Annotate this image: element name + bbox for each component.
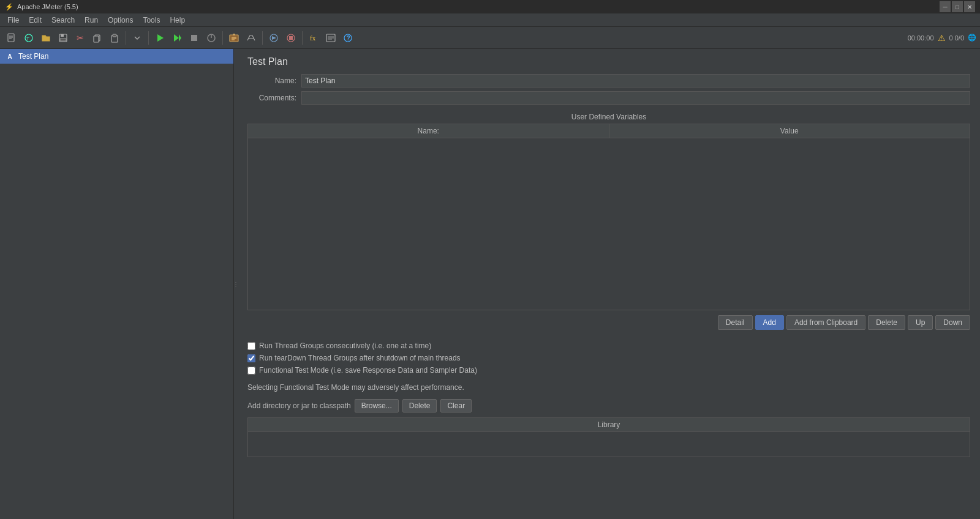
svg-rect-8 [60, 39, 66, 41]
variables-header: Name: Value [248, 124, 970, 138]
sidebar-item-label: Test Plan [18, 52, 48, 61]
sidebar: A Test Plan [0, 49, 234, 519]
options-section: Run Thread Groups consecutively (i.e. on… [238, 335, 980, 381]
run-button[interactable] [152, 30, 168, 46]
content-panel: Test Plan Name: Comments: User Defined V… [238, 49, 980, 519]
timer-display: 00:00:00 [908, 34, 934, 42]
functional-note: Selecting Functional Test Mode may adver… [238, 381, 980, 397]
sidebar-item-test-plan[interactable]: A Test Plan [0, 49, 233, 64]
close-button[interactable]: ✕ [964, 1, 975, 12]
svg-rect-12 [113, 34, 116, 37]
svg-text:fx: fx [310, 34, 316, 42]
classpath-delete-button[interactable]: Delete [402, 399, 437, 413]
toolbar-sep-2 [148, 31, 149, 45]
help-button[interactable]: ? [340, 30, 356, 46]
menu-run[interactable]: Run [80, 15, 103, 26]
action-buttons: Detail Add Add from Clipboard Delete Up … [238, 310, 980, 335]
checkbox-row-1: Run Thread Groups consecutively (i.e. on… [247, 340, 970, 352]
comments-label: Comments: [247, 94, 296, 102]
toolbar-sep-1 [126, 31, 126, 45]
menu-bar: File Edit Search Run Options Tools Help [0, 13, 980, 27]
function-helper-button[interactable]: fx [306, 30, 322, 46]
library-table-container: Library [247, 417, 970, 457]
classpath-section: Add directory or jar to classpath Browse… [238, 397, 980, 415]
detail-button[interactable]: Detail [718, 315, 753, 330]
name-input[interactable] [301, 74, 970, 88]
run-teardown-checkbox[interactable] [247, 354, 255, 362]
variables-section-title: User Defined Variables [238, 106, 980, 124]
log-button[interactable] [323, 30, 339, 46]
svg-rect-28 [289, 36, 293, 40]
toolbar-sep-5 [302, 31, 303, 45]
classpath-label: Add directory or jar to classpath [247, 401, 351, 410]
library-header: Library [248, 418, 970, 432]
expand-button[interactable] [129, 30, 145, 46]
copy-button[interactable] [89, 30, 105, 46]
warning-icon: ⚠ [938, 33, 946, 43]
add-from-clipboard-button[interactable]: Add from Clipboard [786, 315, 865, 330]
test-plan-icon: A [5, 51, 15, 61]
title-bar-left: ⚡ Apache JMeter (5.5) [5, 3, 78, 11]
menu-search[interactable]: Search [47, 15, 80, 26]
panel-title: Test Plan [238, 49, 980, 72]
run-no-pause-button[interactable] [169, 30, 185, 46]
cut-button[interactable]: ✂ [72, 30, 88, 46]
remote-start-button[interactable] [266, 30, 282, 46]
svg-text:?: ? [347, 35, 350, 42]
restore-button[interactable]: □ [952, 1, 963, 12]
library-body [248, 432, 970, 457]
save-button[interactable] [55, 30, 71, 46]
toolbar-right: 00:00:00 ⚠ 0 0/0 🌐 [908, 33, 976, 43]
col-name: Name: [248, 124, 609, 138]
app-icon: ⚡ [5, 3, 13, 11]
window-title: Apache JMeter (5.5) [17, 3, 78, 10]
svg-marker-14 [174, 34, 179, 42]
add-button[interactable]: Add [755, 315, 784, 330]
svg-marker-13 [157, 34, 164, 42]
remote-stop-button[interactable] [283, 30, 299, 46]
menu-help[interactable]: Help [165, 15, 190, 26]
col-value: Value [609, 124, 970, 138]
variables-table-container: Name: Value [247, 124, 970, 310]
svg-rect-16 [191, 35, 197, 41]
minimize-button[interactable]: ─ [940, 1, 951, 12]
toolbar-sep-4 [262, 31, 263, 45]
counts-display: 0 0/0 [949, 34, 964, 42]
svg-marker-23 [233, 34, 235, 35]
name-row: Name: [238, 72, 980, 89]
functional-test-mode-checkbox[interactable] [247, 367, 255, 375]
svg-text:T: T [26, 36, 29, 42]
comments-row: Comments: [238, 89, 980, 106]
clear-all-button[interactable] [243, 30, 259, 46]
new-button[interactable] [4, 30, 20, 46]
menu-options[interactable]: Options [103, 15, 138, 26]
name-label: Name: [247, 77, 296, 85]
run-teardown-label: Run tearDown Thread Groups after shutdow… [259, 354, 461, 362]
up-button[interactable]: Up [908, 315, 933, 330]
comments-input[interactable] [301, 91, 970, 105]
svg-rect-7 [61, 34, 64, 37]
checkbox-row-2: Run tearDown Thread Groups after shutdow… [247, 352, 970, 364]
functional-test-mode-label: Functional Test Mode (i.e. save Response… [259, 366, 477, 375]
run-thread-groups-label: Run Thread Groups consecutively (i.e. on… [259, 342, 431, 350]
main-area: A Test Plan ⋮ Test Plan Name: Comments: … [0, 49, 980, 519]
svg-marker-26 [272, 36, 276, 40]
run-thread-groups-checkbox[interactable] [247, 342, 255, 350]
browse-button[interactable]: Browse... [355, 399, 399, 413]
shutdown-button[interactable] [203, 30, 219, 46]
svg-marker-15 [179, 34, 181, 42]
paste-button[interactable] [107, 30, 123, 46]
menu-tools[interactable]: Tools [138, 15, 165, 26]
open-button[interactable] [38, 30, 54, 46]
toolbar-sep-3 [222, 31, 223, 45]
test-plan-button[interactable] [226, 30, 242, 46]
templates-button[interactable]: T [21, 30, 37, 46]
menu-edit[interactable]: Edit [24, 15, 47, 26]
clear-button[interactable]: Clear [440, 399, 472, 413]
menu-file[interactable]: File [2, 15, 24, 26]
stop-button[interactable] [186, 30, 202, 46]
delete-button[interactable]: Delete [868, 315, 905, 330]
variables-body [248, 138, 970, 310]
down-button[interactable]: Down [935, 315, 970, 330]
svg-rect-10 [94, 36, 99, 42]
